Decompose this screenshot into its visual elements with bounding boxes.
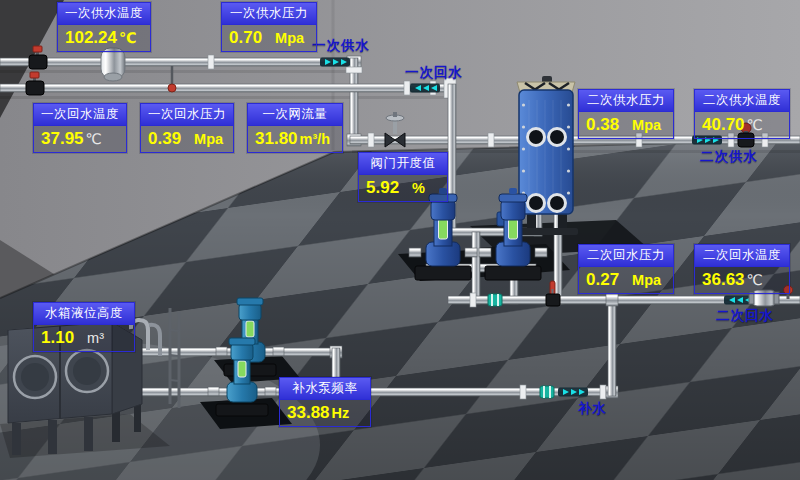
sensor-primary-supply-temp: 一次供水温度 102.24℃ xyxy=(57,2,151,52)
sensor-unit: Mpa xyxy=(632,272,661,288)
sensor-unit: Mpa xyxy=(194,131,223,147)
sensor-unit: ℃ xyxy=(86,131,102,147)
sensor-title: 二次供水压力 xyxy=(579,90,673,112)
sensor-unit: ℃ xyxy=(747,117,763,133)
sensor-secondary-return-pressure: 二次回水压力 0.27Mpa xyxy=(578,244,674,294)
sensor-title: 水箱液位高度 xyxy=(34,303,134,325)
sensor-value: 31.80 xyxy=(255,129,298,149)
flow-arrows-primary-return xyxy=(410,84,440,93)
pipe-label-secondary-return: 二次回水 xyxy=(716,307,774,325)
sensor-title: 一次回水温度 xyxy=(34,104,126,126)
sensor-primary-flow: 一次网流量 31.80m³/h xyxy=(247,103,343,153)
pipe-label-primary-supply: 一次供水 xyxy=(312,37,370,55)
sensor-title: 二次供水温度 xyxy=(695,90,789,112)
pump-status-light xyxy=(439,219,448,239)
sensor-value: 33.88 xyxy=(287,403,330,423)
sensor-primary-supply-pressure: 一次供水压力 0.70Mpa xyxy=(221,2,317,52)
sensor-title: 阀门开度值 xyxy=(359,153,447,175)
sensor-value: 40.70 xyxy=(702,115,745,135)
sensor-makeup-pump-frequency: 补水泵频率 33.88Hz xyxy=(279,377,371,427)
sensor-value: 5.92 xyxy=(366,178,399,198)
sensor-value: 0.39 xyxy=(148,129,181,149)
sensor-unit: % xyxy=(412,180,425,196)
pipe-label-primary-return: 一次回水 xyxy=(405,64,463,82)
sensor-title: 一次供水压力 xyxy=(222,3,316,25)
sensor-title: 一次供水温度 xyxy=(58,3,150,25)
sensor-unit: ℃ xyxy=(119,30,137,46)
sensor-value: 0.38 xyxy=(586,115,619,135)
flow-arrows-makeup xyxy=(558,388,588,397)
sensor-unit: Mpa xyxy=(632,117,661,133)
sensor-tank-level: 水箱液位高度 1.10m³ xyxy=(33,302,135,352)
pipe-label-makeup: 补水 xyxy=(578,400,607,418)
sensor-value: 102.24 xyxy=(65,28,117,48)
sensor-value: 36.63 xyxy=(702,270,745,290)
hx-port-bottom-left xyxy=(528,195,545,212)
scene-canvas xyxy=(0,0,800,480)
pump-status-light xyxy=(509,219,518,239)
hmi-heat-exchange-station: 一次供水温度 102.24℃ 一次供水压力 0.70Mpa 一次回水温度 37.… xyxy=(0,0,800,480)
strainer[interactable] xyxy=(101,48,125,81)
coupling-makeup xyxy=(540,386,554,398)
sensor-unit: ℃ xyxy=(747,272,763,288)
sensor-unit: Mpa xyxy=(275,30,304,46)
hx-port-top-right xyxy=(549,129,566,146)
sensor-title: 二次回水温度 xyxy=(695,245,789,267)
pump-status-light xyxy=(246,321,254,337)
sensor-title: 补水泵频率 xyxy=(280,378,370,400)
hx-port-top-left xyxy=(528,129,545,146)
sensor-value: 0.27 xyxy=(586,270,619,290)
pipe-label-secondary-supply: 二次供水 xyxy=(700,148,758,166)
sensor-value: 1.10 xyxy=(41,328,74,348)
hx-port-bottom-right xyxy=(549,195,566,212)
sensor-title: 一次回水压力 xyxy=(141,104,233,126)
sensor-secondary-supply-pressure: 二次供水压力 0.38Mpa xyxy=(578,89,674,139)
sensor-valve-opening: 阀门开度值 5.92% xyxy=(358,152,448,202)
sensor-secondary-return-temp: 二次回水温度 36.63℃ xyxy=(694,244,790,294)
sensor-title: 二次回水压力 xyxy=(579,245,673,267)
sensor-secondary-supply-temp: 二次供水温度 40.70℃ xyxy=(694,89,790,139)
sensor-primary-return-temp: 一次回水温度 37.95℃ xyxy=(33,103,127,153)
pump-status-light xyxy=(238,361,246,377)
sensor-unit: m³/h xyxy=(300,131,331,147)
coupling-secondary-return xyxy=(488,294,502,306)
sensor-unit: Hz xyxy=(332,405,350,421)
sensor-value: 37.95 xyxy=(41,129,84,149)
sensor-title: 一次网流量 xyxy=(248,104,342,126)
sensor-unit: m³ xyxy=(87,330,104,346)
sensor-value: 0.70 xyxy=(229,28,262,48)
sensor-primary-return-pressure: 一次回水压力 0.39Mpa xyxy=(140,103,234,153)
flow-arrows-primary-supply xyxy=(320,58,350,67)
